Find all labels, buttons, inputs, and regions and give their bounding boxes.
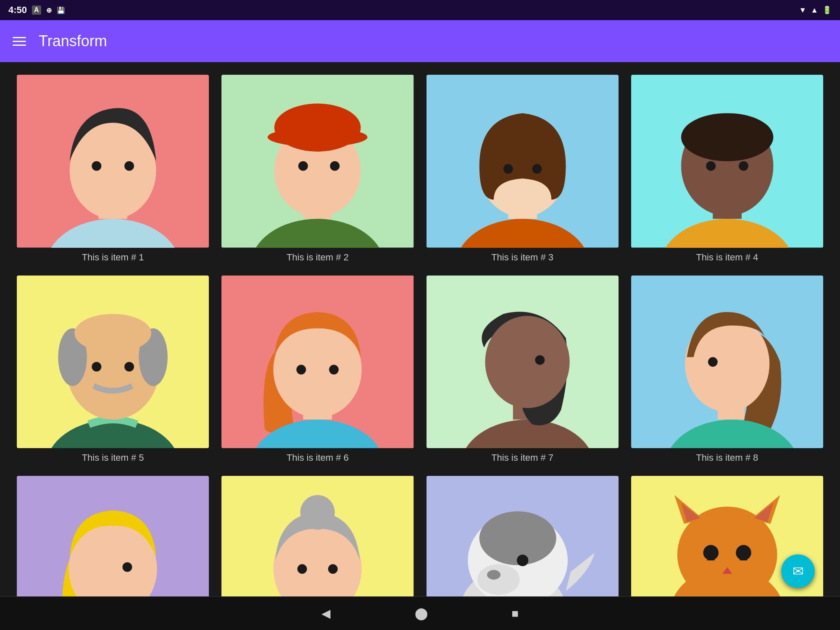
- item-label-2: This is item # 2: [287, 252, 349, 263]
- svg-point-41: [329, 365, 339, 374]
- app-bar: Transform: [0, 20, 840, 62]
- item-label-1: This is item # 1: [82, 252, 144, 263]
- item-label-4: This is item # 4: [696, 252, 758, 263]
- app-icon-b: ⊕: [46, 6, 52, 14]
- svg-point-70: [516, 554, 528, 566]
- recent-button[interactable]: ■: [512, 607, 519, 620]
- svg-point-40: [297, 365, 306, 374]
- svg-point-19: [532, 164, 542, 174]
- svg-point-24: [681, 113, 773, 161]
- list-item[interactable]: This is item # 9: [17, 476, 209, 596]
- svg-point-45: [485, 316, 569, 408]
- hamburger-line-1: [13, 37, 26, 38]
- list-item[interactable]: This is item # 8: [631, 276, 823, 464]
- avatar-card-1: [17, 75, 209, 248]
- svg-point-26: [739, 161, 748, 171]
- back-button[interactable]: ◀: [321, 606, 331, 620]
- signal-icon: ▲: [811, 6, 818, 15]
- hamburger-line-2: [13, 41, 26, 42]
- svg-point-33: [74, 314, 151, 352]
- svg-point-5: [124, 161, 134, 171]
- grid-area: This is item # 1: [0, 62, 840, 596]
- list-item[interactable]: This is item # 4: [631, 75, 823, 263]
- item-label-3: This is item # 3: [491, 252, 553, 263]
- avatar-card-10: [221, 476, 413, 596]
- item-label-5: This is item # 5: [82, 452, 144, 463]
- avatar-card-3: [427, 75, 619, 248]
- list-item[interactable]: This is item # 7: [427, 276, 619, 464]
- list-item[interactable]: This is item # 6: [221, 276, 413, 464]
- home-button[interactable]: ⬤: [415, 606, 428, 620]
- svg-point-13: [330, 161, 340, 171]
- svg-point-63: [328, 564, 338, 574]
- svg-point-69: [487, 570, 500, 580]
- svg-point-67: [479, 512, 556, 565]
- avatar-grid: This is item # 1: [17, 75, 823, 596]
- item-label-8: This is item # 8: [696, 452, 758, 463]
- item-label-7: This is item # 7: [491, 452, 553, 463]
- avatar-card-4: [631, 75, 823, 248]
- svg-point-4: [92, 161, 101, 171]
- avatar-card-11: [427, 476, 619, 596]
- list-item[interactable]: This is item # 10: [221, 476, 413, 596]
- svg-point-35: [124, 362, 134, 371]
- wifi-icon: ▼: [799, 6, 806, 15]
- svg-point-61: [300, 495, 335, 530]
- app-icon-c: 💾: [57, 6, 65, 14]
- list-item[interactable]: This is item # 11: [427, 476, 619, 596]
- svg-point-11: [274, 104, 361, 152]
- list-item[interactable]: This is item # 2: [221, 75, 413, 263]
- avatar-card-2: [221, 75, 413, 248]
- email-icon: ✉: [793, 563, 804, 579]
- svg-point-25: [706, 161, 716, 171]
- bottom-navigation: ◀ ⬤ ■: [0, 596, 840, 630]
- battery-icon: 🔋: [822, 5, 832, 15]
- svg-point-18: [503, 164, 513, 174]
- svg-point-62: [298, 564, 307, 574]
- avatar-card-6: [221, 276, 413, 449]
- svg-point-12: [298, 161, 308, 171]
- status-bar: 4:50 A ⊕ 💾 ▼ ▲ 🔋: [0, 0, 840, 20]
- svg-point-51: [708, 357, 718, 367]
- svg-point-68: [477, 564, 520, 595]
- time-display: 4:50: [8, 5, 27, 16]
- svg-point-34: [92, 362, 101, 371]
- avatar-card-7: [427, 276, 619, 449]
- fab-email[interactable]: ✉: [781, 554, 815, 588]
- avatar-card-8: [631, 276, 823, 449]
- list-item[interactable]: This is item # 1: [17, 75, 209, 263]
- list-item[interactable]: This is item # 5: [17, 276, 209, 464]
- item-label-6: This is item # 6: [287, 452, 349, 463]
- hamburger-line-3: [13, 45, 26, 46]
- avatar-card-9: [17, 476, 209, 596]
- svg-point-56: [122, 562, 132, 572]
- app-title: Transform: [39, 32, 107, 50]
- list-item[interactable]: This is item # 3: [427, 75, 619, 263]
- status-bar-left: 4:50 A ⊕ 💾: [8, 5, 65, 16]
- hamburger-menu[interactable]: [13, 37, 26, 46]
- avatar-card-5: [17, 276, 209, 449]
- app-icon-a: A: [32, 5, 41, 15]
- status-bar-right: ▼ ▲ 🔋: [799, 5, 832, 15]
- svg-point-46: [535, 355, 545, 365]
